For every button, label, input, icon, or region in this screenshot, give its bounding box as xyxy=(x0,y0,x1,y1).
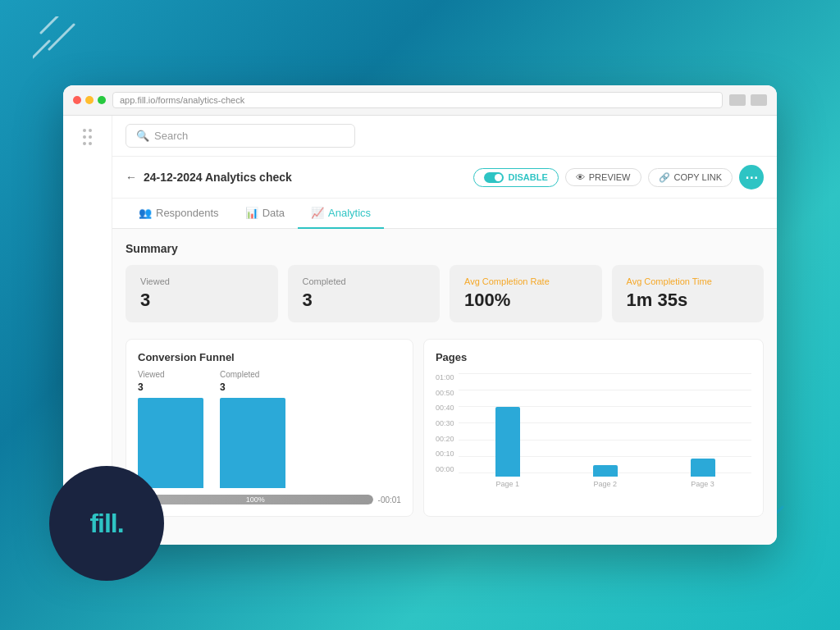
funnel-progress-bar: 100% xyxy=(138,495,373,504)
card-completed-value: 3 xyxy=(303,290,426,311)
close-dot[interactable] xyxy=(73,96,81,104)
y-label-1: 00:50 xyxy=(436,389,454,397)
link-icon: 🔗 xyxy=(659,172,670,183)
app-layout: 🔍 Search ← 24-12-2024 Analytics check DI… xyxy=(63,116,777,545)
y-label-0: 01:00 xyxy=(436,373,454,381)
funnel-completed-group: Completed 3 xyxy=(220,370,285,488)
sidebar-menu-icon[interactable] xyxy=(83,129,92,145)
page-bar-3-group: Page 3 xyxy=(691,459,715,488)
svg-line-1 xyxy=(49,25,74,49)
summary-title: Summary xyxy=(126,242,764,255)
url-bar[interactable]: app.fill.io/forms/analytics-check xyxy=(112,92,723,108)
y-label-4: 00:20 xyxy=(436,435,454,443)
card-time-value: 1m 35s xyxy=(627,290,750,311)
pages-chart-section: Pages 01:00 00:50 00:40 00:30 00:20 xyxy=(423,339,764,517)
page-bar-2-group: Page 2 xyxy=(593,465,618,488)
page-bar-1-group: Page 1 xyxy=(495,407,520,488)
funnel-viewed-count: 3 xyxy=(138,381,144,393)
card-completion-time: Avg Completion Time 1m 35s xyxy=(612,265,765,322)
search-placeholder: Search xyxy=(154,130,188,142)
toggle-icon xyxy=(484,172,504,183)
page-title: 24-12-2024 Analytics check xyxy=(144,171,292,184)
logo-text: fill. xyxy=(89,509,123,539)
funnel-viewed-bar xyxy=(138,398,203,488)
card-completed-label: Completed xyxy=(303,276,426,286)
bars-grid: Page 1 Page 2 xyxy=(459,373,751,488)
svg-line-0 xyxy=(41,16,57,33)
card-time-label: Avg Completion Time xyxy=(627,276,750,286)
funnel-time: -00:01 xyxy=(378,495,401,504)
search-box[interactable]: 🔍 Search xyxy=(126,124,355,148)
card-rate-value: 100% xyxy=(464,290,587,311)
content-area: Summary Viewed 3 Completed 3 Avg Complet… xyxy=(112,229,777,545)
users-icon: 👥 xyxy=(139,207,152,219)
browser-chrome: app.fill.io/forms/analytics-check xyxy=(63,85,777,116)
main-content: 🔍 Search ← 24-12-2024 Analytics check DI… xyxy=(112,116,777,545)
page-bar-3 xyxy=(691,459,715,477)
copy-link-button[interactable]: 🔗 COPY LINK xyxy=(648,168,733,187)
copy-link-label: COPY LINK xyxy=(674,172,723,182)
more-button[interactable]: ⋯ xyxy=(739,165,764,189)
page-bar-1-label: Page 1 xyxy=(496,480,520,488)
y-label-3: 00:30 xyxy=(436,419,454,427)
y-label-6: 00:00 xyxy=(436,465,454,473)
table-icon: 📊 xyxy=(245,207,258,219)
back-button[interactable]: ← xyxy=(126,171,137,184)
page-title-area: ← 24-12-2024 Analytics check xyxy=(126,171,292,184)
disable-label: DISABLE xyxy=(508,172,547,182)
y-axis: 01:00 00:50 00:40 00:30 00:20 00:10 00:0… xyxy=(436,373,459,488)
search-icon: 🔍 xyxy=(136,130,149,142)
page-header: ← 24-12-2024 Analytics check DISABLE 👁 P… xyxy=(112,157,777,199)
card-rate-label: Avg Completion Rate xyxy=(464,276,587,286)
maximize-dot[interactable] xyxy=(98,96,106,104)
tab-respondents[interactable]: 👥 Respondents xyxy=(126,199,232,229)
browser-window: app.fill.io/forms/analytics-check 🔍 Sear… xyxy=(63,85,777,545)
page-bar-1 xyxy=(495,407,520,477)
charts-row: Conversion Funnel Viewed 3 Completed xyxy=(126,339,764,517)
eye-icon: 👁 xyxy=(576,172,585,182)
browser-actions xyxy=(729,94,767,106)
preview-label: PREVIEW xyxy=(589,172,631,182)
page-bars: Page 1 Page 2 xyxy=(459,390,751,488)
card-viewed-label: Viewed xyxy=(140,276,263,286)
card-viewed: Viewed 3 xyxy=(126,265,278,322)
browser-dots xyxy=(73,96,106,104)
y-label-2: 00:40 xyxy=(436,404,454,412)
funnel-completed-count: 3 xyxy=(220,381,226,393)
logo: fill. xyxy=(49,466,164,581)
card-completion-rate: Avg Completion Rate 100% xyxy=(450,265,602,322)
funnel-progress-row: 100% -00:01 xyxy=(138,495,401,504)
bars-area: Page 1 Page 2 xyxy=(459,373,751,488)
card-viewed-value: 3 xyxy=(140,290,263,311)
top-bar: 🔍 Search xyxy=(112,116,777,157)
tab-respondents-label: Respondents xyxy=(156,207,219,219)
tab-analytics-label: Analytics xyxy=(328,207,371,219)
page-bar-2-label: Page 2 xyxy=(593,480,617,488)
funnel-title: Conversion Funnel xyxy=(138,351,401,363)
pages-chart: 01:00 00:50 00:40 00:30 00:20 00:10 00:0… xyxy=(436,373,751,504)
funnel-viewed-label: Viewed xyxy=(138,370,165,379)
header-actions: DISABLE 👁 PREVIEW 🔗 COPY LINK ⋯ xyxy=(473,165,764,189)
svg-line-2 xyxy=(33,41,49,57)
tab-data-label: Data xyxy=(262,207,285,219)
tab-data[interactable]: 📊 Data xyxy=(232,199,298,229)
chart-icon: 📈 xyxy=(311,207,324,219)
funnel-chart-section: Conversion Funnel Viewed 3 Completed xyxy=(126,339,413,517)
page-bar-3-label: Page 3 xyxy=(691,480,714,488)
browser-action-2[interactable] xyxy=(751,94,767,106)
card-completed: Completed 3 xyxy=(288,265,441,322)
funnel-progress-label: 100% xyxy=(246,495,265,504)
funnel-viewed-group: Viewed 3 xyxy=(138,370,203,488)
minimize-dot[interactable] xyxy=(85,96,94,104)
tab-analytics[interactable]: 📈 Analytics xyxy=(298,199,384,229)
summary-cards: Viewed 3 Completed 3 Avg Completion Rate… xyxy=(126,265,764,322)
y-label-5: 00:10 xyxy=(436,450,454,458)
funnel-completed-label: Completed xyxy=(220,370,259,379)
funnel-completed-bar xyxy=(220,398,285,488)
funnel-chart: Viewed 3 Completed 3 xyxy=(138,373,401,504)
page-bar-2 xyxy=(593,465,618,477)
browser-action-1[interactable] xyxy=(729,94,746,106)
disable-button[interactable]: DISABLE xyxy=(473,168,558,187)
pages-title: Pages xyxy=(436,351,751,363)
preview-button[interactable]: 👁 PREVIEW xyxy=(565,168,641,186)
